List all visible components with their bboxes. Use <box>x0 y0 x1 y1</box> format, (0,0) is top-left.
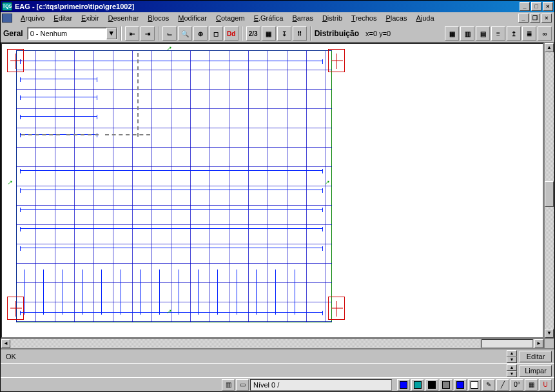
rebar-horizontal <box>20 116 97 117</box>
color-swatch[interactable] <box>440 379 453 391</box>
rebar-vertical <box>256 270 257 315</box>
horizontal-scrollbar[interactable]: ◄ ► <box>1 338 544 349</box>
snap-icon[interactable]: ▥ <box>222 379 235 391</box>
rebar-vertical <box>63 270 63 315</box>
rebar-horizontal <box>20 190 323 190</box>
mdi-minimize-button[interactable]: _ <box>518 14 529 23</box>
menu-exibir[interactable]: Exibir <box>77 13 104 23</box>
load-marker: ↗ <box>7 179 12 186</box>
drawing-canvas[interactable]: ↗↗↗↗ <box>1 43 544 338</box>
title-bar: TQS EAG - [c:\tqs\primeiro\tipo\gre1002]… <box>1 1 554 12</box>
down-icon[interactable]: ↧ <box>277 26 291 41</box>
grid-icon[interactable]: ▦ <box>262 26 276 41</box>
arrow-up-icon[interactable]: ↥ <box>507 26 521 41</box>
rebar-horizontal <box>20 248 323 248</box>
toolbar-separator <box>158 26 159 41</box>
rebar-horizontal <box>20 79 97 79</box>
rebar-vertical <box>217 270 218 315</box>
menu-bar: ArquivoEditarExibirDesenharBlocosModific… <box>1 12 554 24</box>
layout-icon[interactable]: ▤ <box>476 26 490 41</box>
scroll-down-icon[interactable]: ▼ <box>545 329 554 338</box>
rebar-vertical <box>24 270 24 315</box>
menu-egrfica[interactable]: E.Gráfica <box>249 13 288 23</box>
menu-trechos[interactable]: Trechos <box>347 13 381 23</box>
dd-icon[interactable]: Dd <box>224 26 239 41</box>
close-button[interactable]: × <box>543 2 553 11</box>
color-swatch[interactable] <box>425 379 438 391</box>
vscroll-thumb[interactable] <box>545 181 554 207</box>
scroll-up-icon[interactable]: ▲ <box>545 43 554 52</box>
menu-modificar[interactable]: Modificar <box>173 13 211 23</box>
level-display[interactable]: Nível 0 / <box>250 379 392 391</box>
line-icon[interactable]: ╱ <box>496 379 509 391</box>
status-text: OK <box>3 351 19 362</box>
grid1-icon[interactable]: ▦ <box>445 26 459 41</box>
rebar-vertical <box>82 270 83 315</box>
spin-up-icon[interactable]: ▲ <box>507 364 517 371</box>
spin-down-icon[interactable]: ▼ <box>507 357 517 363</box>
column-anchor <box>328 49 345 72</box>
minimize-button[interactable]: _ <box>520 2 530 11</box>
work-area: ↗↗↗↗ ▲ ▼ ◄ ► <box>1 43 554 349</box>
dots-grid-icon[interactable]: ⠿ <box>293 26 307 41</box>
color-swatch[interactable] <box>454 379 467 391</box>
rebar-horizontal <box>20 228 323 229</box>
zoom-in-icon[interactable]: ⊕ <box>193 26 208 41</box>
layer-combo-value: 0 - Nenhum <box>28 30 106 37</box>
menu-ajuda[interactable]: Ajuda <box>411 13 438 23</box>
maximize-button[interactable]: □ <box>531 2 541 11</box>
section-distrib-label: Distribuição <box>315 29 362 38</box>
binoculars-icon[interactable]: 🔍 <box>178 26 192 41</box>
align-right-icon[interactable]: ⇥ <box>141 26 155 41</box>
limpar-spinner[interactable]: ▲ ▼ <box>507 364 517 377</box>
menu-editar[interactable]: Editar <box>49 13 77 23</box>
menu-cotagem[interactable]: Cotagem <box>211 13 249 23</box>
pencil-icon[interactable]: ✎ <box>482 379 495 391</box>
menu-arquivo[interactable]: Arquivo <box>16 13 49 23</box>
chevron-down-icon[interactable]: ▼ <box>106 28 117 39</box>
rebar-horizontal <box>20 209 323 210</box>
rebar-horizontal <box>20 97 97 97</box>
spin-up-icon[interactable]: ▲ <box>507 350 517 357</box>
status-bar-2: ▲ ▼ Limpar <box>1 363 554 377</box>
limpar-button[interactable]: Limpar <box>520 365 552 377</box>
aux-line <box>105 134 150 135</box>
rebar-vertical <box>237 270 237 315</box>
grid2-icon[interactable]: ▥ <box>460 26 474 41</box>
scroll-left-icon[interactable]: ◄ <box>1 339 10 348</box>
menu-placas[interactable]: Placas <box>381 13 411 23</box>
ortho-icon[interactable]: ▭ <box>236 379 249 391</box>
menu-barras[interactable]: Barras <box>287 13 317 23</box>
color-swatch[interactable] <box>397 379 410 391</box>
zoom-box-icon[interactable]: ◻ <box>209 26 223 41</box>
aux-line <box>66 134 99 135</box>
editar-button[interactable]: Editar <box>520 351 552 362</box>
rebar-horizontal <box>20 61 323 61</box>
ratio-icon[interactable]: 2/3 <box>246 26 260 41</box>
scroll-right-icon[interactable]: ► <box>534 339 543 348</box>
aux-line <box>21 134 60 135</box>
vertical-scrollbar[interactable]: ▲ ▼ <box>544 43 554 338</box>
mdi-restore-button[interactable]: ❐ <box>530 14 540 23</box>
mdi-close-button[interactable]: × <box>541 14 552 23</box>
editar-spinner[interactable]: ▲ ▼ <box>507 350 517 363</box>
align-left-icon[interactable]: ⇤ <box>125 26 139 41</box>
mdi-doc-icon[interactable] <box>2 14 12 23</box>
bars-left-icon[interactable]: ≡ <box>491 26 505 41</box>
spin-down-icon[interactable]: ▼ <box>507 371 517 377</box>
load-marker: ↗ <box>166 45 171 52</box>
color-swatch[interactable] <box>468 379 481 391</box>
grid-snap-icon[interactable]: ▦ <box>525 379 538 391</box>
magnet-icon[interactable]: U <box>539 379 552 391</box>
bars-right-icon[interactable]: ≣ <box>522 26 536 41</box>
ruler-icon[interactable]: ⌙ <box>162 26 177 41</box>
layer-combo[interactable]: 0 - Nenhum ▼ <box>27 27 117 40</box>
load-marker: ↗ <box>324 179 329 186</box>
color-swatch[interactable] <box>411 379 424 391</box>
chain-icon[interactable]: ∞ <box>538 26 552 41</box>
angle-icon[interactable]: 0° <box>511 379 523 391</box>
menu-distrib[interactable]: Distrib <box>318 13 347 23</box>
menu-desenhar[interactable]: Desenhar <box>104 13 144 23</box>
window-title: EAG - [c:\tqs\primeiro\tipo\gre1002] <box>15 3 520 10</box>
menu-blocos[interactable]: Blocos <box>143 13 173 23</box>
